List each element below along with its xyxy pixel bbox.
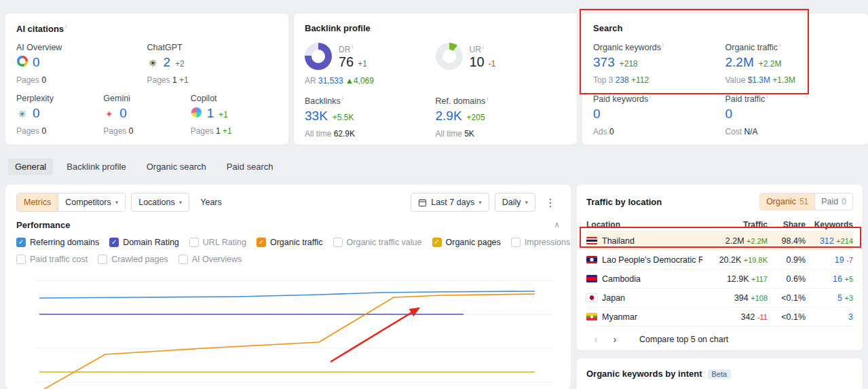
metric-checkbox-crawled-pages[interactable]: Crawled pages bbox=[98, 255, 168, 264]
keywords-by-intent-card: Organic keywords by intent Beta bbox=[577, 358, 863, 389]
checkbox-icon: ✓ bbox=[257, 238, 266, 247]
info-icon[interactable]: i bbox=[766, 93, 768, 100]
date-range-dropdown[interactable]: Last 7 days▾ bbox=[411, 193, 489, 212]
backlink-profile-card: Backlink profile DRi 76+1 AR 31,533 ▲4,0… bbox=[294, 14, 577, 145]
metric-checkbox-url-rating[interactable]: URL Rating bbox=[189, 238, 246, 247]
chevron-down-icon: ▾ bbox=[115, 199, 119, 206]
backlinks-value[interactable]: 33K bbox=[305, 109, 328, 124]
chevron-down-icon: ▾ bbox=[179, 199, 183, 206]
checkmark-icon: ✓ bbox=[434, 238, 439, 246]
tab-general[interactable]: General bbox=[8, 158, 53, 175]
japan-flag-icon bbox=[586, 294, 597, 301]
chevron-down-icon: ▾ bbox=[478, 199, 482, 206]
paid-traffic-value[interactable]: 0 bbox=[725, 107, 733, 122]
tab-backlink-profile[interactable]: Backlink profile bbox=[60, 158, 132, 175]
kebab-menu-icon[interactable]: ⋮ bbox=[541, 196, 560, 209]
perplexity-count[interactable]: 0 bbox=[33, 106, 40, 121]
info-icon[interactable]: i bbox=[352, 43, 353, 50]
metric-checkbox-paid-traffic-cost[interactable]: Paid traffic cost bbox=[16, 255, 88, 264]
granularity-dropdown[interactable]: Daily▾ bbox=[495, 193, 535, 212]
checkbox-icon bbox=[333, 238, 343, 247]
organic-toggle[interactable]: Organic51 bbox=[760, 193, 814, 210]
table-row-cambodia[interactable]: Cambodia 12.9K +117 0.6% 16 +5 bbox=[586, 269, 853, 288]
calendar-icon bbox=[418, 198, 427, 207]
table-row-myanmar[interactable]: Myanmar 342 -11 <0.1% 3 bbox=[586, 307, 853, 326]
info-icon[interactable]: i bbox=[487, 95, 488, 102]
ai-item-chatgpt: ChatGPT ✳2+2 Pages 1 +1 bbox=[147, 43, 278, 85]
performance-chart-area[interactable] bbox=[16, 271, 560, 389]
ai-citations-card: AI citationsi AI Overview 0 Pages 0 Chat… bbox=[5, 14, 288, 145]
checkbox-icon bbox=[178, 255, 188, 264]
paid-keywords-value[interactable]: 0 bbox=[593, 107, 601, 122]
metrics-button[interactable]: Metrics bbox=[17, 193, 58, 211]
metric-checkbox-domain-rating[interactable]: ✓Domain Rating bbox=[109, 238, 179, 247]
table-row-laos[interactable]: Lao People's Democratic Reput 20.2K +19.… bbox=[586, 250, 853, 269]
organic-traffic-column: Organic traffici 2.2M+2.2M Value $1.3M +… bbox=[725, 41, 858, 136]
checkbox-icon bbox=[98, 255, 107, 264]
competitors-dropdown[interactable]: Competitors▾ bbox=[58, 193, 125, 211]
years-button[interactable]: Years bbox=[195, 193, 227, 212]
domain-rating-value: 76 bbox=[339, 54, 354, 70]
tab-organic-search[interactable]: Organic search bbox=[140, 158, 213, 175]
table-row-thailand[interactable]: Thailand 2.2M +2.2M 98.4% 312 +214 bbox=[586, 231, 853, 250]
chart-toolbar: Metrics Competitors▾ Locations▾ Years La… bbox=[16, 193, 560, 212]
cambodia-flag-icon bbox=[586, 275, 597, 282]
prev-page-button[interactable]: ‹ bbox=[586, 333, 605, 345]
ai-citations-title: AI citations bbox=[16, 24, 64, 34]
traffic-value[interactable]: $1.3M bbox=[748, 75, 770, 85]
performance-chart[interactable] bbox=[16, 271, 560, 389]
next-page-button[interactable]: › bbox=[605, 333, 624, 345]
ai-item-gemini: Gemini ✦0 Pages 0 bbox=[103, 94, 190, 136]
copilot-icon bbox=[191, 107, 202, 118]
top3-value[interactable]: 238 bbox=[616, 75, 629, 85]
metric-checkbox-organic-traffic[interactable]: ✓Organic traffic bbox=[257, 238, 323, 247]
gemini-icon: ✦ bbox=[103, 109, 115, 120]
tab-paid-search[interactable]: Paid search bbox=[220, 158, 280, 175]
organic-traffic-value[interactable]: 2.2M bbox=[725, 55, 754, 70]
checkbox-icon bbox=[189, 238, 199, 247]
traffic-by-location-card: Traffic by location Organic51 Paid0 Loca… bbox=[577, 185, 863, 350]
traffic-by-location-title: Traffic by location bbox=[586, 197, 662, 207]
url-rating-donut bbox=[436, 43, 463, 70]
checkbox-icon: ✓ bbox=[16, 238, 26, 247]
metric-checkbox-organic-traffic-value[interactable]: Organic traffic value bbox=[333, 238, 422, 247]
info-icon[interactable]: i bbox=[779, 41, 780, 48]
checkbox-icon bbox=[16, 255, 26, 264]
column-location: Location bbox=[586, 220, 702, 229]
main-content: Metrics Competitors▾ Locations▾ Years La… bbox=[0, 185, 868, 389]
info-icon[interactable]: i bbox=[342, 95, 343, 102]
info-icon[interactable]: i bbox=[649, 93, 651, 100]
site-explorer-dashboard: { "ai": { "title": "AI citations", "item… bbox=[0, 0, 868, 389]
info-icon[interactable]: i bbox=[662, 41, 664, 48]
locations-dropdown[interactable]: Locations▾ bbox=[131, 193, 189, 212]
section-tabs: General Backlink profile Organic search … bbox=[8, 158, 868, 175]
info-icon[interactable]: i bbox=[65, 23, 67, 30]
ai-overview-count[interactable]: 0 bbox=[33, 55, 40, 70]
paid-toggle[interactable]: Paid0 bbox=[814, 193, 852, 210]
keywords-by-intent-title: Organic keywords by intent bbox=[586, 369, 702, 379]
checkmark-icon: ✓ bbox=[18, 238, 24, 246]
search-title: Search bbox=[593, 23, 622, 33]
ahrefs-rank-value[interactable]: 31,533 bbox=[318, 76, 343, 86]
metrics-competitors-group: Metrics Competitors▾ bbox=[16, 193, 126, 212]
checkbox-icon: ✓ bbox=[109, 238, 119, 247]
organic-keywords-value[interactable]: 373 bbox=[593, 55, 615, 70]
copilot-count[interactable]: 1 bbox=[207, 106, 214, 121]
ur-column: URi 10-1 Ref. domainsi 2.9K+205 All time… bbox=[436, 41, 567, 138]
checkmark-icon: ✓ bbox=[111, 238, 117, 246]
metric-checkbox-impressions[interactable]: Impressions bbox=[511, 238, 570, 247]
info-icon[interactable]: i bbox=[483, 43, 484, 50]
collapse-chevron-icon[interactable]: ∧ bbox=[554, 220, 560, 229]
compare-top5-link[interactable]: Compare top 5 on chart bbox=[639, 335, 728, 344]
chatgpt-count[interactable]: 2 bbox=[164, 55, 171, 70]
ref-domains-value[interactable]: 2.9K bbox=[436, 109, 462, 124]
gemini-count[interactable]: 0 bbox=[119, 106, 127, 121]
table-row-japan[interactable]: Japan 394 +108 <0.1% 5 +3 bbox=[586, 288, 853, 307]
column-keywords: Keywords bbox=[806, 220, 853, 229]
metric-checkbox-referring-domains[interactable]: ✓Referring domains bbox=[16, 238, 99, 247]
organic-paid-toggle: Organic51 Paid0 bbox=[759, 193, 853, 210]
metric-checkbox-ai-overviews[interactable]: AI Overviews bbox=[178, 255, 242, 264]
url-rating-value: 10 bbox=[470, 54, 485, 70]
metric-checkbox-organic-pages[interactable]: ✓Organic pages bbox=[432, 238, 501, 247]
checkbox-icon: ✓ bbox=[432, 238, 442, 247]
